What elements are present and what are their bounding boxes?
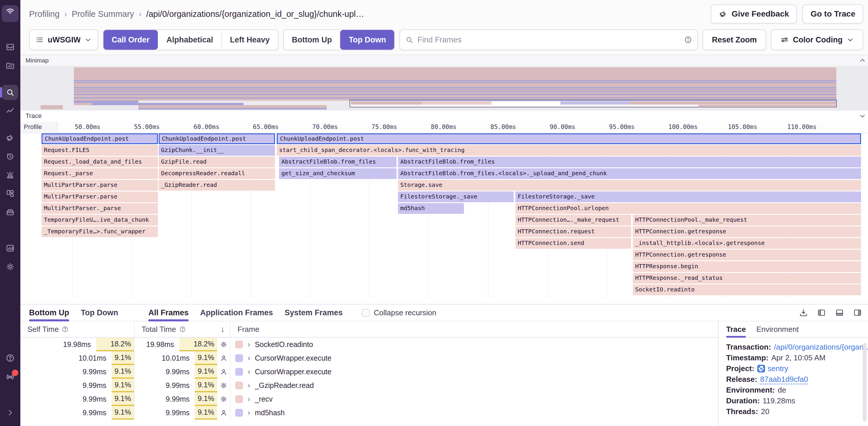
flame-frame[interactable]: HTTPConnectionPool._make_request	[633, 215, 861, 226]
expand-chevron-icon[interactable]: ›	[247, 340, 251, 349]
nav-alerts[interactable]	[2, 167, 18, 183]
flame-frame[interactable]: FilestoreStorage._save	[398, 192, 514, 202]
sort-option-left-heavy[interactable]: Left Heavy	[221, 30, 278, 50]
flame-frame[interactable]: AbstractFileBlob.from_files	[279, 157, 397, 167]
flame-frame[interactable]: start_child_span_decorator.<locals>.func…	[277, 145, 861, 156]
time-ruler[interactable]: Profile 50.00ms55.00ms60.00ms65.00ms70.0…	[20, 122, 868, 133]
flame-frame[interactable]: _install_httplib.<locals>.getresponse	[633, 238, 861, 249]
collapse-recursion-checkbox[interactable]	[362, 309, 370, 317]
flame-frame[interactable]: MultiPartParser.parse	[41, 180, 158, 191]
direction-option-bottom-up[interactable]: Bottom Up	[284, 30, 340, 50]
frame-name[interactable]: CursorWrapper.execute	[255, 368, 332, 376]
flame-frame[interactable]: SocketIO.readinto	[633, 285, 861, 295]
chevron-down-icon[interactable]	[859, 112, 866, 120]
sort-descending-icon[interactable]: ↓	[221, 325, 225, 334]
nav-replays[interactable]	[2, 149, 18, 164]
flame-frame[interactable]: ChunkUploadEndpoint.post	[159, 133, 275, 144]
flame-frame[interactable]: get_size_and_checksum	[279, 168, 397, 179]
sentry-logo-icon[interactable]	[2, 5, 19, 22]
flame-frame[interactable]: MultiPartParser.parse	[41, 192, 158, 202]
help-button[interactable]	[2, 351, 18, 366]
scrollbar-thumb[interactable]	[863, 343, 867, 421]
details-tab-trace[interactable]: Trace	[726, 321, 746, 337]
give-feedback-button[interactable]: Give Feedback	[711, 4, 797, 24]
frame-name[interactable]: _GzipReader.read	[255, 381, 314, 390]
frame-name[interactable]: md5hash	[255, 408, 285, 417]
nav-profiling[interactable]	[2, 85, 18, 100]
expand-chevron-icon[interactable]: ›	[247, 354, 251, 363]
self-time-header[interactable]: Self Time	[20, 321, 134, 337]
collapse-sidebar-button[interactable]	[2, 405, 18, 420]
chevron-up-icon[interactable]	[859, 57, 866, 64]
flame-frame[interactable]: HTTPConnection.getresponse	[633, 226, 861, 237]
flame-frame[interactable]: HTTPConnection.send	[516, 238, 631, 249]
layout-left-panel-icon[interactable]	[817, 308, 826, 317]
frame-name[interactable]: _recv	[255, 395, 273, 403]
flame-frame[interactable]: HTTPConnection.request	[516, 226, 631, 237]
tab-top-down[interactable]: Top Down	[81, 304, 118, 321]
flame-frame[interactable]: AbstractFileBlob.from_files.<locals>._up…	[398, 168, 861, 179]
details-field-value[interactable]: sentry	[768, 363, 788, 374]
flame-frame[interactable]: Request._load_data_and_files	[41, 157, 158, 167]
flame-frame[interactable]: Request._parse	[41, 168, 158, 179]
flame-frame[interactable]: ChunkUploadEndpoint.post	[41, 133, 158, 144]
expand-chevron-icon[interactable]: ›	[247, 408, 251, 417]
download-icon[interactable]	[799, 308, 808, 317]
details-field-value[interactable]: /api/0/organizations/{organ…	[774, 342, 868, 353]
expand-chevron-icon[interactable]: ›	[247, 395, 251, 404]
nav-explore[interactable]	[2, 58, 18, 73]
tab-application-frames[interactable]: Application Frames	[200, 304, 273, 321]
flame-frame[interactable]: HTTPConnectionPool.urlopen	[516, 203, 861, 214]
whats-new-button[interactable]	[2, 369, 18, 384]
nav-user-feedback[interactable]	[2, 130, 18, 145]
frame-header[interactable]: Frame	[230, 321, 718, 337]
details-field-value[interactable]: 87aab1d9cfa0	[760, 374, 808, 385]
expand-chevron-icon[interactable]: ›	[247, 381, 251, 390]
total-time-header[interactable]: Total Time ↓	[134, 321, 230, 337]
minimap-selection[interactable]	[349, 99, 837, 107]
go-to-trace-button[interactable]: Go to Trace	[802, 4, 863, 24]
info-icon[interactable]	[684, 36, 692, 44]
thread-selector[interactable]: uWSGIWor…	[29, 29, 98, 50]
flame-frame[interactable]: Storage.save	[398, 180, 861, 191]
flame-frame[interactable]: GzipChunk.__init__	[159, 145, 275, 156]
layout-bottom-panel-icon[interactable]	[835, 308, 844, 317]
flamegraph[interactable]: ChunkUploadEndpoint.postChunkUploadEndpo…	[20, 133, 868, 299]
flame-frame[interactable]: HTTPConnection…._make_request	[516, 215, 631, 226]
flame-frame[interactable]: md5hash	[398, 203, 464, 214]
flame-frame[interactable]: HTTPConnection.getresponse	[633, 250, 861, 260]
tab-bottom-up[interactable]: Bottom Up	[29, 304, 69, 321]
details-tab-environment[interactable]: Environment	[756, 321, 799, 337]
flame-frame[interactable]: ChunkUploadEndpoint.post	[277, 133, 861, 144]
flame-frame[interactable]: HTTPResponse.begin	[633, 261, 861, 272]
color-coding-button[interactable]: Color Coding	[771, 29, 864, 50]
flame-frame[interactable]: DecompressReader.readall	[159, 168, 275, 179]
nav-releases[interactable]	[2, 204, 18, 220]
flame-frame[interactable]: FilestoreStorage._save	[516, 192, 861, 202]
table-row[interactable]: 9.99ms9.1%9.99ms9.1%›_recv	[20, 392, 718, 406]
table-row[interactable]: 9.99ms9.1%9.99ms9.1%›_GzipReader.read	[20, 379, 718, 392]
table-row[interactable]: 19.98ms18.2%19.98ms18.2%›SocketIO.readin…	[20, 338, 718, 351]
flame-frame[interactable]: _TemporaryFile…>.func_wrapper	[41, 226, 158, 237]
flame-frame[interactable]: TemporaryFileU….ive_data_chunk	[41, 215, 158, 226]
nav-stats[interactable]	[2, 240, 18, 256]
search-input[interactable]	[417, 35, 680, 44]
direction-option-top-down[interactable]: Top Down	[340, 30, 394, 50]
tab-all-frames[interactable]: All Frames	[148, 304, 188, 321]
layout-right-panel-icon[interactable]	[853, 308, 862, 317]
flame-frame[interactable]: MultiPartParser._parse	[41, 203, 158, 214]
frame-name[interactable]: SocketIO.readinto	[255, 340, 313, 349]
table-row[interactable]: 9.99ms9.1%9.99ms9.1%›CursorWrapper.execu…	[20, 365, 718, 379]
breadcrumb-item[interactable]: Profiling	[29, 9, 60, 19]
minimap[interactable]	[20, 66, 868, 110]
nav-settings[interactable]	[2, 259, 18, 274]
nav-trends[interactable]	[2, 103, 18, 119]
tab-system-frames[interactable]: System Frames	[285, 304, 343, 321]
table-row[interactable]: 10.01ms9.1%10.01ms9.1%›CursorWrapper.exe…	[20, 351, 718, 365]
sort-option-call-order[interactable]: Call Order	[103, 30, 158, 50]
breadcrumb-item[interactable]: Profile Summary	[72, 9, 134, 19]
expand-chevron-icon[interactable]: ›	[247, 367, 251, 376]
flame-frame[interactable]: Request.FILES	[41, 145, 158, 156]
nav-dashboards[interactable]	[2, 186, 18, 201]
sort-option-alphabetical[interactable]: Alphabetical	[158, 30, 221, 50]
